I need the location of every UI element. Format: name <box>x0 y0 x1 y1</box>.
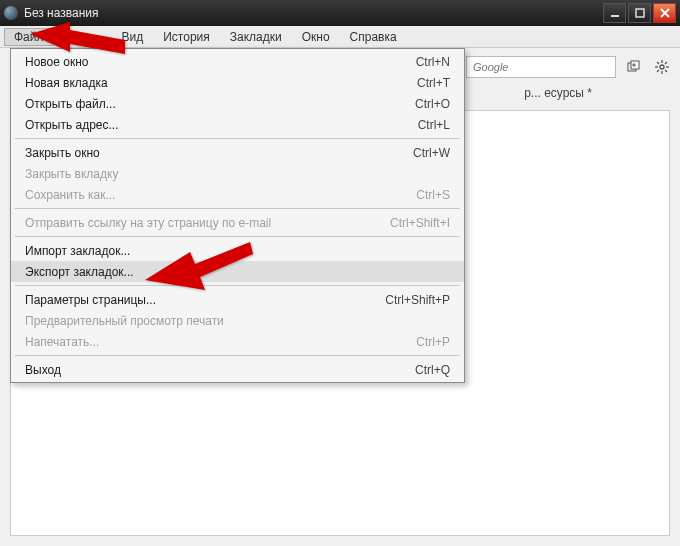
menu-view[interactable]: Вид <box>112 28 154 46</box>
menu-item-shortcut: Ctrl+L <box>418 118 450 132</box>
menu-item-label: Открыть адрес... <box>25 118 418 132</box>
menu-item-label: Предварительный просмотр печати <box>25 314 450 328</box>
svg-line-12 <box>657 70 659 72</box>
menu-item[interactable]: Новая вкладкаCtrl+T <box>11 72 464 93</box>
menu-item-label: Открыть файл... <box>25 97 415 111</box>
menu-item-label: Выход <box>25 363 415 377</box>
menu-item[interactable]: ВыходCtrl+Q <box>11 359 464 380</box>
menu-item-label: Новое окно <box>25 55 416 69</box>
titlebar: Без названия <box>0 0 680 26</box>
tab-label-fragment: р... есурсы * <box>524 86 592 100</box>
menu-item[interactable]: Закрыть окноCtrl+W <box>11 142 464 163</box>
menu-item-label: Закрыть окно <box>25 146 413 160</box>
menubar: Файл Вид История Закладки Окно Справка <box>0 26 680 48</box>
svg-rect-1 <box>636 9 644 17</box>
menu-history[interactable]: История <box>153 28 220 46</box>
menu-item-shortcut: Ctrl+P <box>416 335 450 349</box>
menu-item[interactable]: Импорт закладок... <box>11 240 464 261</box>
window-controls <box>603 3 676 23</box>
menu-item[interactable]: Открыть файл...Ctrl+O <box>11 93 464 114</box>
gear-icon[interactable] <box>652 57 672 77</box>
menu-help[interactable]: Справка <box>340 28 407 46</box>
menu-item-label: Импорт закладок... <box>25 244 450 258</box>
menu-item-shortcut: Ctrl+S <box>416 188 450 202</box>
menu-item: Сохранить как...Ctrl+S <box>11 184 464 205</box>
menu-item-label: Экспорт закладок... <box>25 265 450 279</box>
menu-item-shortcut: Ctrl+Shift+P <box>385 293 450 307</box>
close-button[interactable] <box>653 3 676 23</box>
svg-point-4 <box>660 65 664 69</box>
menu-item-shortcut: Ctrl+O <box>415 97 450 111</box>
menu-separator <box>15 236 460 237</box>
menu-item-label: Параметры страницы... <box>25 293 385 307</box>
menu-file[interactable]: Файл <box>4 28 54 46</box>
menu-item-label: Новая вкладка <box>25 76 417 90</box>
menu-item[interactable]: Открыть адрес...Ctrl+L <box>11 114 464 135</box>
search-placeholder: Google <box>473 61 508 73</box>
svg-line-11 <box>665 62 667 64</box>
menu-item-shortcut: Ctrl+Q <box>415 363 450 377</box>
menu-item[interactable]: Новое окноCtrl+N <box>11 51 464 72</box>
menu-item-shortcut: Ctrl+W <box>413 146 450 160</box>
menu-bookmarks[interactable]: Закладки <box>220 28 292 46</box>
menu-item-shortcut: Ctrl+N <box>416 55 450 69</box>
menu-separator <box>15 208 460 209</box>
menu-separator <box>15 285 460 286</box>
menu-item[interactable]: Экспорт закладок... <box>11 261 464 282</box>
menu-item-label: Закрыть вкладку <box>25 167 450 181</box>
menu-separator <box>15 355 460 356</box>
menu-item-label: Сохранить как... <box>25 188 416 202</box>
menu-window[interactable]: Окно <box>292 28 340 46</box>
menu-item: Закрыть вкладку <box>11 163 464 184</box>
menu-item: Предварительный просмотр печати <box>11 310 464 331</box>
new-tab-icon[interactable] <box>624 57 644 77</box>
menu-item[interactable]: Параметры страницы...Ctrl+Shift+P <box>11 289 464 310</box>
minimize-button[interactable] <box>603 3 626 23</box>
menu-item-label: Отправить ссылку на эту страницу по e-ma… <box>25 216 390 230</box>
window-title: Без названия <box>24 6 603 20</box>
app-window: Без названия Файл Вид История Закладки О… <box>0 0 680 546</box>
menu-item: Отправить ссылку на эту страницу по e-ma… <box>11 212 464 233</box>
svg-rect-0 <box>611 15 619 17</box>
search-input[interactable]: Google <box>466 56 616 78</box>
menu-separator <box>15 138 460 139</box>
app-icon <box>4 6 18 20</box>
menu-item: Напечатать...Ctrl+P <box>11 331 464 352</box>
svg-line-9 <box>657 62 659 64</box>
svg-line-10 <box>665 70 667 72</box>
menu-item-label: Напечатать... <box>25 335 416 349</box>
maximize-button[interactable] <box>628 3 651 23</box>
toolbar-right: Google <box>466 56 672 78</box>
menu-item-shortcut: Ctrl+Shift+I <box>390 216 450 230</box>
menu-item-shortcut: Ctrl+T <box>417 76 450 90</box>
file-menu-dropdown: Новое окноCtrl+NНовая вкладкаCtrl+TОткры… <box>10 48 465 383</box>
